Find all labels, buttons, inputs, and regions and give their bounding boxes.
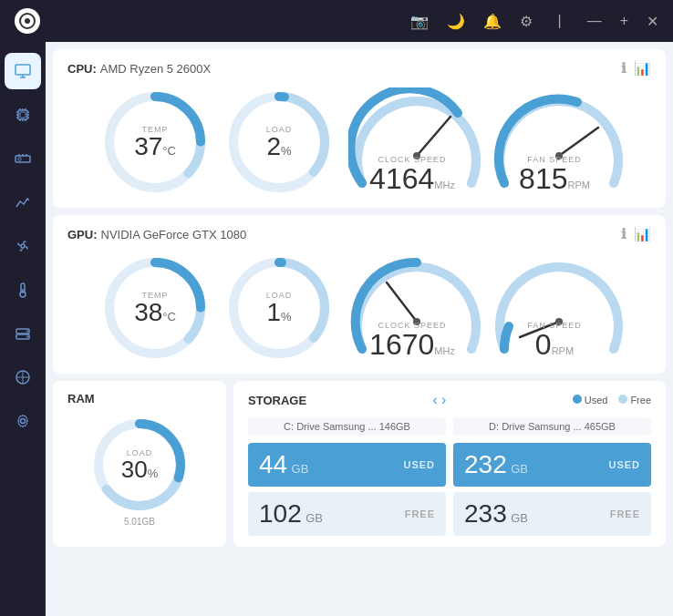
settings-icon[interactable]: ⚙: [520, 13, 533, 30]
chart-icon[interactable]: 📊: [634, 60, 651, 77]
close-button[interactable]: ✕: [647, 13, 658, 30]
sidebar-item-display[interactable]: [5, 359, 41, 395]
storage-title: STORAGE: [248, 394, 306, 407]
main-content: CPU: AMD Ryzen 5 2600X ℹ 📊 TEMP: [46, 42, 673, 616]
cpu-clock-gauge: CLOCK SPEED 4164MHz: [348, 87, 476, 197]
gpu-section: GPU: NVIDIA GeForce GTX 1080 ℹ 📊 TEMP: [53, 215, 666, 374]
app-logo: [15, 8, 40, 34]
storage-prev-button[interactable]: ‹: [433, 392, 438, 408]
gpu-fan-gauge: FAN SPEED 0RPM: [491, 253, 618, 363]
sidebar-item-settings[interactable]: [5, 403, 41, 439]
cpu-load-unit: %: [281, 144, 292, 158]
cpu-gauges: TEMP 37°C LOAD: [67, 87, 651, 197]
minimize-button[interactable]: —: [587, 13, 602, 29]
sidebar-item-monitor[interactable]: [5, 53, 41, 89]
svg-line-44: [559, 128, 598, 156]
bottom-row: RAM LOAD 30% 5.01GB: [53, 381, 666, 547]
drive-d-used-label: USED: [608, 459, 640, 470]
legend-used: Used: [585, 395, 608, 406]
cpu-temp-value: 37: [134, 132, 162, 160]
drive-d-col: 232 GB USED 233 GB FREE: [453, 443, 651, 536]
cpu-label: CPU:: [67, 62, 97, 76]
gpu-temp-gauge: TEMP 38°C: [100, 253, 210, 363]
gpu-fan-unit: RPM: [552, 345, 574, 356]
cpu-section-title: CPU: AMD Ryzen 5 2600X ℹ 📊: [67, 60, 651, 77]
gpu-fan-value: 0: [535, 328, 552, 361]
sidebar-item-cpu[interactable]: [5, 97, 41, 133]
sidebar-item-fan[interactable]: [5, 228, 41, 264]
gpu-name: NVIDIA GeForce GTX 1080: [101, 228, 247, 241]
info-icon[interactable]: ℹ: [621, 60, 626, 77]
drive-c-free-value: 102: [259, 499, 302, 528]
drive-d-free-bar: 233 GB FREE: [453, 492, 651, 536]
drive-c-free-label: FREE: [405, 508, 435, 519]
ram-gauge: LOAD 30%: [89, 415, 190, 515]
svg-rect-19: [16, 156, 30, 162]
drive-c-used-label: USED: [403, 459, 435, 470]
sidebar-item-performance[interactable]: [5, 184, 41, 221]
drive-c-col: 44 GB USED 102 GB FREE: [248, 443, 446, 536]
svg-point-1: [25, 18, 30, 24]
sidebar-item-temp[interactable]: [5, 272, 41, 308]
gpu-load-unit: %: [281, 310, 292, 323]
svg-point-24: [21, 244, 25, 248]
gpu-label: GPU:: [67, 228, 98, 241]
gpu-load-gauge: LOAD 1%: [224, 253, 334, 363]
gpu-clock-gauge: CLOCK SPEED 1670MHz: [348, 253, 476, 363]
camera-icon[interactable]: 📷: [410, 13, 429, 30]
gpu-chart-icon[interactable]: 📊: [634, 226, 651, 242]
cpu-temp-gauge: TEMP 37°C: [100, 87, 210, 197]
gpu-temp-value: 38: [134, 298, 162, 326]
moon-icon[interactable]: 🌙: [447, 13, 465, 30]
legend-free: Free: [630, 395, 651, 406]
cpu-fan-unit: RPM: [567, 180, 589, 190]
cpu-temp-unit: °C: [162, 144, 176, 158]
cpu-clock-value: 4164: [369, 162, 434, 195]
cpu-fan-gauge: FAN SPEED 815RPM: [491, 87, 618, 197]
titlebar: 📷 🌙 🔔 ⚙ | — + ✕: [0, 0, 673, 42]
gpu-clock-value: 1670: [369, 328, 434, 361]
cpu-clock-unit: MHz: [434, 180, 455, 190]
cpu-load-gauge: LOAD 2%: [224, 87, 334, 197]
svg-point-35: [20, 419, 25, 424]
svg-rect-6: [20, 112, 26, 118]
drive-d-free-value: 233: [464, 499, 507, 528]
gpu-load-value: 1: [266, 298, 281, 326]
drive-d-used-value: 232: [464, 450, 507, 478]
cpu-name: AMD Ryzen 5 2600X: [100, 62, 211, 76]
sidebar-item-gpu[interactable]: [5, 140, 41, 177]
drive-c-used-unit: GB: [292, 462, 309, 476]
drive-d-free-unit: GB: [511, 511, 528, 525]
ram-load-unit: %: [148, 467, 159, 480]
gpu-clock-unit: MHz: [434, 345, 455, 356]
svg-rect-20: [18, 158, 21, 160]
storage-next-button[interactable]: ›: [441, 392, 446, 408]
cpu-fan-value: 815: [519, 162, 567, 195]
svg-rect-2: [16, 65, 30, 75]
ram-load-value: 30: [121, 456, 148, 483]
svg-point-30: [26, 331, 28, 333]
maximize-button[interactable]: +: [620, 13, 628, 29]
titlebar-icons: 📷 🌙 🔔 ⚙ | — + ✕: [410, 13, 659, 30]
gpu-section-title: GPU: NVIDIA GeForce GTX 1080 ℹ 📊: [67, 226, 651, 242]
titlebar-left: [15, 8, 40, 34]
drive-c-label: C: Drive Samsung ... 146GB: [248, 417, 446, 436]
svg-line-52: [387, 282, 417, 322]
drive-c-used-bar: 44 GB USED: [248, 443, 446, 487]
cpu-load-value: 2: [266, 132, 281, 160]
drive-d-used-unit: GB: [511, 462, 528, 476]
ram-section: RAM LOAD 30% 5.01GB: [53, 381, 226, 547]
storage-grid: 44 GB USED 102 GB FREE: [248, 443, 651, 536]
drive-labels: C: Drive Samsung ... 146GB D: Drive Sams…: [248, 417, 651, 436]
ram-total: 5.01GB: [67, 517, 212, 527]
drive-d-label: D: Drive Samsung ... 465GB: [453, 417, 651, 436]
sidebar: [0, 42, 46, 616]
drive-c-used-value: 44: [259, 450, 287, 478]
bell-icon[interactable]: 🔔: [483, 13, 502, 30]
drive-d-used-bar: 232 GB USED: [453, 443, 651, 487]
cpu-section: CPU: AMD Ryzen 5 2600X ℹ 📊 TEMP: [53, 49, 666, 208]
gpu-info-icon[interactable]: ℹ: [621, 226, 626, 242]
sidebar-item-storage[interactable]: [5, 315, 41, 352]
svg-line-42: [417, 117, 450, 156]
gpu-gauges: TEMP 38°C LOAD: [67, 253, 651, 363]
